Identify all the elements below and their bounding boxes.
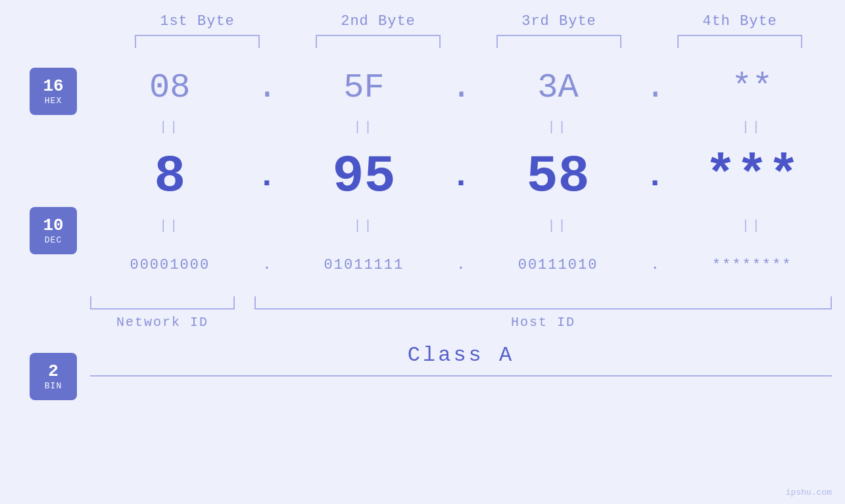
dec-sep-3: . [645,158,665,195]
eq2-b4: || [680,218,825,233]
bracket-top-2 [316,35,441,48]
byte4-header: 4th Byte [661,13,819,30]
watermark: ipshu.com [786,488,832,497]
hex-b3: 3A [486,68,631,107]
eq1-b2: || [291,120,436,135]
bin-b3: 00111010 [486,257,631,273]
bin-row: 00001000 . 01011111 . 00111010 . *******… [90,239,832,291]
content-area: 16 HEX 10 DEC 2 BIN 08 . 5F . 3A . ** [0,61,845,400]
bin-sep-2: . [451,257,471,273]
equals-row-2: || || || || [90,212,832,239]
eq1-b4: || [680,120,825,135]
hex-number: 16 [43,77,63,96]
dec-label: DEC [45,235,62,245]
spacer-2 [235,315,254,330]
dec-badge: 10 DEC [30,207,77,254]
bottom-labels-row: Network ID Host ID [90,315,832,330]
hex-badge: 16 HEX [30,68,77,115]
eq1-b1: || [97,120,242,135]
eq1-b3: || [486,120,631,135]
class-label: Class A [408,343,514,367]
byte3-header: 3rd Byte [480,13,638,30]
hex-b4: ** [680,68,825,107]
dec-row: 8 . 95 . 58 . *** [90,140,832,212]
dec-b1: 8 [97,147,242,206]
bracket-network [90,296,235,309]
hex-sep-2: . [451,68,471,107]
host-id-label: Host ID [254,315,832,330]
hex-sep-3: . [645,68,665,107]
hex-row: 08 . 5F . 3A . ** [90,61,832,114]
bracket-top-3 [496,35,621,48]
eq2-b3: || [486,218,631,233]
dec-sep-1: . [257,158,277,195]
bin-sep-3: . [645,257,665,273]
network-id-label: Network ID [90,315,235,330]
dec-b4: *** [680,147,825,206]
byte-headers: 1st Byte 2nd Byte 3rd Byte 4th Byte [107,13,831,30]
bin-b2: 01011111 [291,257,436,273]
dec-b3: 58 [486,147,631,206]
bin-b4: ******** [680,257,825,273]
byte1-header: 1st Byte [118,13,276,30]
bracket-top-4 [677,35,802,48]
bin-number: 2 [48,362,59,381]
bin-badge: 2 BIN [30,353,77,400]
hex-label: HEX [45,96,62,106]
eq2-b1: || [97,218,242,233]
class-bar: Class A [90,343,832,377]
bin-sep-1: . [257,257,277,273]
hex-b1: 08 [97,68,242,107]
eq2-b2: || [291,218,436,233]
byte2-header: 2nd Byte [299,13,457,30]
bin-label: BIN [45,381,62,391]
top-brackets [107,35,831,48]
main-container: 1st Byte 2nd Byte 3rd Byte 4th Byte 16 H… [0,0,845,504]
dec-b2: 95 [291,147,436,206]
data-rows: 08 . 5F . 3A . ** || || || || 8 . [90,61,832,377]
bottom-brackets-row [90,296,832,309]
equals-row-1: || || || || [90,114,832,140]
dec-number: 10 [43,216,63,235]
base-labels: 16 HEX 10 DEC 2 BIN [30,68,77,400]
spacer-1 [235,296,254,309]
hex-b2: 5F [291,68,436,107]
bracket-top-1 [135,35,260,48]
bracket-host [254,296,832,309]
bin-b1: 00001000 [97,257,242,273]
hex-sep-1: . [257,68,277,107]
dec-sep-2: . [451,158,471,195]
